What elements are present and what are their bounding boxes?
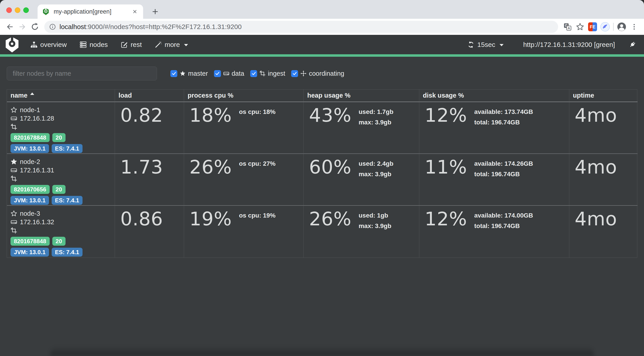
zoom-window-button[interactable] bbox=[23, 7, 29, 13]
load-value: 1.73 bbox=[120, 158, 163, 177]
browser-menu-icon[interactable] bbox=[628, 20, 640, 33]
os-cpu-value: os cpu: 27% bbox=[239, 160, 276, 167]
reload-icon[interactable] bbox=[28, 20, 41, 33]
disk-value: 12% bbox=[425, 106, 467, 125]
column-header-cpu[interactable]: process cpu % bbox=[184, 90, 304, 102]
load-cell: 1.73 bbox=[115, 154, 184, 206]
os-cpu-value: os cpu: 18% bbox=[239, 108, 276, 116]
sitemap-icon bbox=[30, 41, 38, 48]
crop-icon bbox=[10, 124, 17, 130]
uptime-value: 4mo bbox=[575, 158, 617, 177]
disk-value: 11% bbox=[425, 158, 467, 177]
column-header-uptime[interactable]: uptime bbox=[569, 90, 638, 102]
profile-avatar[interactable] bbox=[616, 20, 628, 33]
nav-item-overview[interactable]: overview bbox=[30, 41, 67, 48]
uptime-value: 4mo bbox=[575, 106, 617, 125]
tab-title: my-application[green] bbox=[54, 8, 131, 15]
hard-drive-icon bbox=[10, 219, 17, 225]
es-version-badge: ES: 7.4.1 bbox=[52, 196, 82, 205]
url-text: localhost:9000/#/nodes?host=http:%2F%2F1… bbox=[60, 23, 242, 31]
tab-close-icon[interactable] bbox=[131, 8, 139, 15]
wand-icon bbox=[155, 41, 162, 48]
dock-shadow bbox=[50, 347, 594, 356]
nav-item-nodes[interactable]: nodes bbox=[80, 41, 108, 48]
node-ip: 172.16.1.32 bbox=[20, 218, 54, 226]
checkbox-checked[interactable] bbox=[250, 70, 257, 77]
node-name-cell: node-2 172.16.1.31 8201670656 20 JVM: 13… bbox=[7, 154, 115, 206]
url-bar[interactable]: localhost:9000/#/nodes?host=http:%2F%2F1… bbox=[44, 21, 558, 33]
filter-nodes-input[interactable] bbox=[7, 67, 157, 80]
forward-icon[interactable] bbox=[16, 20, 28, 33]
disk-total: total: 196.74GB bbox=[474, 171, 533, 178]
column-header-heap[interactable]: heap usage % bbox=[304, 90, 419, 102]
cpu-cell: 18% os cpu: 18% bbox=[184, 102, 304, 154]
minimize-window-button[interactable] bbox=[15, 7, 20, 13]
app-navbar: overview nodes rest bbox=[0, 35, 644, 54]
extension-fe-icon[interactable]: FE bbox=[586, 20, 599, 33]
chevron-down-icon bbox=[500, 44, 504, 46]
es-version-badge: ES: 7.4.1 bbox=[52, 248, 82, 257]
refresh-icon bbox=[467, 41, 474, 48]
extension-bird-icon[interactable] bbox=[599, 20, 611, 33]
filter-master[interactable]: master bbox=[170, 70, 208, 77]
heap-used: used: 1.7gb bbox=[359, 108, 394, 116]
heap-value: 43% bbox=[309, 106, 352, 125]
translate-icon[interactable]: G A bbox=[561, 20, 574, 33]
uptime-cell: 4mo bbox=[569, 154, 638, 206]
star-outline-icon bbox=[10, 210, 17, 217]
column-header-load[interactable]: load bbox=[115, 90, 184, 102]
new-tab-button[interactable] bbox=[149, 6, 161, 17]
star-icon bbox=[180, 70, 186, 77]
heap-max: max: 3.9gb bbox=[359, 119, 394, 126]
refresh-interval-value: 15sec bbox=[478, 41, 495, 48]
es-version-badge: ES: 7.4.1 bbox=[52, 144, 82, 153]
cerebro-logo[interactable] bbox=[4, 36, 20, 53]
close-window-button[interactable] bbox=[6, 7, 12, 13]
load-cell: 0.82 bbox=[115, 102, 184, 154]
arrows-move-icon bbox=[300, 70, 306, 77]
back-icon[interactable] bbox=[4, 20, 16, 33]
jvm-version-badge: JVM: 13.0.1 bbox=[10, 248, 49, 257]
checkbox-checked[interactable] bbox=[291, 70, 298, 77]
filter-ingest[interactable]: ingest bbox=[250, 70, 285, 77]
nodes-table: name load process cpu % heap usage % dis… bbox=[7, 89, 637, 258]
checkbox-checked[interactable] bbox=[170, 70, 177, 77]
filter-label: data bbox=[232, 70, 244, 77]
node-ip: 172.16.1.31 bbox=[20, 167, 54, 174]
filter-coordinating[interactable]: coordinating bbox=[291, 70, 344, 77]
cpu-cores-badge: 20 bbox=[52, 133, 66, 142]
cluster-health-bar bbox=[0, 54, 644, 57]
refresh-interval-dropdown[interactable]: 15sec bbox=[467, 41, 504, 48]
browser-toolbar: localhost:9000/#/nodes?host=http:%2F%2F1… bbox=[0, 19, 644, 35]
heap-cell: 43% used: 1.7gb max: 3.9gb bbox=[304, 102, 419, 154]
column-header-disk[interactable]: disk usage % bbox=[419, 90, 569, 102]
hard-drive-icon bbox=[10, 115, 17, 122]
node-name: node-3 bbox=[20, 210, 40, 217]
cpu-cell: 19% os cpu: 19% bbox=[184, 206, 304, 257]
column-header-name[interactable]: name bbox=[7, 90, 115, 102]
bookmark-star-icon[interactable] bbox=[574, 20, 586, 33]
jvm-version-badge: JVM: 13.0.1 bbox=[10, 144, 49, 153]
nav-item-rest[interactable]: rest bbox=[121, 41, 142, 48]
filter-label: coordinating bbox=[309, 70, 344, 77]
node-ip: 172.16.1.28 bbox=[20, 115, 54, 122]
disconnect-plug-icon[interactable] bbox=[628, 41, 636, 49]
load-cell: 0.86 bbox=[115, 206, 184, 257]
star-outline-icon bbox=[10, 107, 17, 113]
filter-data[interactable]: data bbox=[214, 70, 244, 77]
load-value: 0.82 bbox=[120, 106, 163, 125]
heap-max: max: 3.9gb bbox=[359, 171, 394, 178]
browser-tab[interactable]: my-application[green] bbox=[38, 4, 143, 19]
disk-cell: 11% available: 174.26GB total: 196.74GB bbox=[419, 154, 569, 206]
sort-asc-icon bbox=[30, 92, 34, 95]
heap-used: used: 1gb bbox=[359, 212, 391, 219]
heap-bytes-badge: 8201670656 bbox=[10, 185, 50, 194]
heap-cell: 26% used: 1gb max: 3.9gb bbox=[304, 206, 419, 257]
heap-cell: 60% used: 2.4gb max: 3.9gb bbox=[304, 154, 419, 206]
cpu-value: 19% bbox=[190, 209, 232, 229]
checkbox-checked[interactable] bbox=[214, 70, 221, 77]
disk-cell: 12% available: 173.74GB total: 196.74GB bbox=[419, 102, 569, 154]
nav-item-more[interactable]: more bbox=[155, 41, 188, 48]
cerebro-favicon bbox=[42, 8, 50, 15]
site-info-icon[interactable] bbox=[49, 23, 56, 30]
